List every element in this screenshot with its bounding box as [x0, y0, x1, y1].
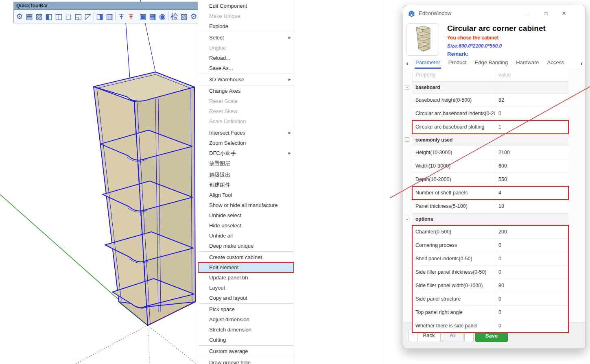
menu-item-scale-definition[interactable]: Scale Definition: [198, 116, 294, 126]
menu-item-make-unique[interactable]: Make Unique: [198, 11, 294, 21]
menu-item-[interactable]: 超级退出: [198, 170, 294, 180]
menu-item-zoom-selection[interactable]: Zoom Selection: [198, 138, 294, 148]
menu-item-adjust-dimension[interactable]: Adjust dimension: [198, 314, 294, 325]
maximize-button[interactable]: □: [541, 9, 551, 18]
menu-item-layout[interactable]: Layout: [198, 283, 294, 293]
menu-item-draw-groove-hole[interactable]: Draw groove hole: [198, 357, 294, 364]
cabinet-size: Size:600.0*2100.0*550.0: [447, 43, 502, 49]
menu-item-custom-average[interactable]: Custom average: [198, 346, 294, 356]
value-cell[interactable]: 0: [495, 292, 568, 305]
door-pair-icon[interactable]: ▥: [105, 11, 114, 22]
table-row: Whether there is side panel0: [412, 319, 568, 333]
tab-hardware[interactable]: Hardware: [512, 57, 543, 69]
menu-item-save-as[interactable]: Save As...: [198, 63, 294, 73]
menu-item-copy-and-layout[interactable]: Copy and layout: [198, 293, 294, 303]
menu-item-stretch-dimension[interactable]: Stretch dimension: [198, 325, 294, 335]
menu-item-unhide-all[interactable]: Unhide all: [198, 231, 294, 241]
menu-item-cutting[interactable]: Cutting: [198, 335, 294, 345]
close-button[interactable]: ×: [559, 9, 569, 18]
screw-delete-icon[interactable]: Ŧ: [126, 11, 136, 22]
menu-item-show-or-hide-all-manufacture[interactable]: Show or hide all manufacture: [198, 200, 294, 210]
tab-product[interactable]: Product: [444, 57, 471, 69]
collapse-icon[interactable]: -: [405, 217, 409, 221]
menu-item-label: Reset Scale: [209, 98, 238, 104]
menu-item-label: Change Axes: [209, 88, 240, 94]
export-panel-icon[interactable]: ◱: [73, 11, 83, 22]
menu-item-select[interactable]: Select▶: [198, 33, 294, 43]
gear-partial-icon[interactable]: ⚙: [189, 11, 198, 22]
minimize-button[interactable]: –: [522, 9, 533, 18]
rounded-panel-icon[interactable]: ◻: [63, 11, 73, 22]
select-region-icon[interactable]: ▣: [138, 11, 148, 22]
menu-item-create-custom-cabinet[interactable]: Create custom cabinet: [198, 252, 294, 262]
menu-item-3d-warehouse[interactable]: 3D Warehouse▶: [198, 74, 294, 85]
value-cell[interactable]: 80: [495, 279, 568, 292]
value-cell[interactable]: 0: [495, 239, 568, 252]
value-cell[interactable]: 550: [495, 173, 568, 186]
menu-item-reset-skew[interactable]: Reset Skew: [198, 106, 294, 116]
menu-item-intersect-faces[interactable]: Intersect Faces▶: [198, 128, 294, 138]
menu-item-[interactable]: 放置图层: [198, 158, 294, 168]
value-cell[interactable]: 0: [495, 107, 568, 120]
edit-panel-icon[interactable]: ◫: [54, 11, 63, 22]
screw-icon[interactable]: Ŧ: [116, 11, 126, 22]
menu-item-dfc[interactable]: DFC小助手▶: [198, 148, 294, 158]
toolbar-separator: [115, 12, 116, 21]
menu-item-edit-element[interactable]: Edit element: [198, 262, 294, 272]
menu-item-[interactable]: 创建组件: [198, 180, 294, 190]
tab-access[interactable]: Access: [543, 57, 568, 69]
table-row: Shelf panel indents(0-50)0: [412, 252, 568, 266]
menu-item-unglue[interactable]: Unglue: [198, 43, 294, 53]
quicktoolbar-titlebar[interactable]: QuickToolBar: [14, 2, 198, 10]
solid-component-icon[interactable]: ◧: [44, 11, 54, 22]
submenu-arrow-icon: ▶: [288, 33, 291, 43]
clipboard-gear-icon[interactable]: ▧: [179, 11, 189, 22]
remark-label: Remark:: [447, 51, 468, 57]
menu-item-edit-component[interactable]: Edit Component: [198, 1, 294, 11]
value-cell[interactable]: 0: [495, 266, 568, 279]
value-cell[interactable]: 0: [495, 252, 568, 265]
value-cell[interactable]: 0: [495, 319, 568, 332]
collapse-icon[interactable]: -: [405, 137, 409, 142]
menu-item-reset-scale[interactable]: Reset Scale: [198, 96, 294, 106]
collapse-icon[interactable]: -: [405, 85, 409, 89]
eye-icon[interactable]: ◉: [157, 11, 167, 22]
table-row: Side panel structure0: [412, 292, 568, 306]
tabs-scroll-left-icon[interactable]: ‹: [403, 60, 411, 67]
menu-separator: [199, 32, 294, 32]
value-cell[interactable]: 18: [495, 200, 568, 213]
menu-item-reload[interactable]: Reload...: [198, 53, 294, 63]
component-library-icon[interactable]: ▤: [24, 11, 34, 22]
door-left-icon[interactable]: ◨: [95, 11, 105, 22]
menu-item-pick-space[interactable]: Pick space: [198, 304, 294, 314]
hatched-component-icon[interactable]: ▨: [34, 11, 44, 22]
toolbar-separator: [137, 12, 137, 21]
value-cell[interactable]: 82: [495, 94, 568, 107]
menu-item-update-panel-bh[interactable]: Update panel bh: [198, 272, 294, 283]
value-cell[interactable]: 200: [495, 225, 568, 238]
cabinet-3d-model[interactable]: [94, 72, 195, 325]
dimension-guide-icon[interactable]: ◸: [83, 11, 93, 22]
settings-gear-icon[interactable]: ⚙: [15, 11, 24, 22]
menu-item-explode[interactable]: Explode: [198, 21, 294, 31]
menu-item-hide-unselect[interactable]: Hide unselect: [198, 220, 294, 231]
panel-layout-icon[interactable]: ▦: [148, 11, 157, 22]
menu-item-label: Create custom cabinet: [209, 254, 262, 260]
editor-window-titlebar[interactable]: EditorWindow – □ ×: [403, 5, 586, 22]
tabs-scroll-right-icon[interactable]: ›: [577, 60, 586, 67]
menu-item-align-tool[interactable]: Align Tool: [198, 190, 294, 200]
menu-item-label: Unglue: [209, 45, 226, 51]
value-cell[interactable]: 0: [495, 306, 568, 319]
value-cell[interactable]: 1: [495, 120, 568, 133]
menu-separator: [199, 85, 294, 85]
value-cell[interactable]: 2100: [495, 146, 568, 159]
menu-item-unhide-select[interactable]: Unhide select: [198, 210, 294, 220]
value-cell[interactable]: 600: [495, 159, 568, 172]
tab-edge-banding[interactable]: Edge Banding: [471, 57, 512, 69]
inspect-icon[interactable]: 检: [169, 11, 179, 22]
value-cell[interactable]: 4: [495, 186, 568, 199]
menu-item-label: Layout: [209, 285, 225, 291]
tab-parameter[interactable]: Parameter: [411, 57, 444, 69]
menu-item-change-axes[interactable]: Change Axes: [198, 86, 294, 96]
menu-item-deep-make-unique[interactable]: Deep make unique: [198, 241, 294, 251]
